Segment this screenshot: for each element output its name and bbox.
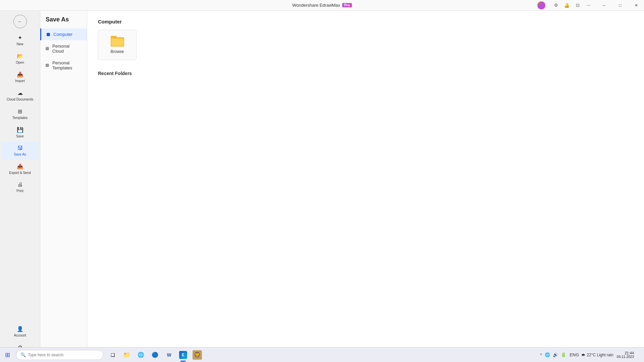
app-name: Wondershare EdrawMax bbox=[292, 3, 340, 8]
cloud-icon: ☁ bbox=[17, 90, 23, 96]
personal_cloud-nav-label: Personal Cloud bbox=[52, 44, 82, 54]
sidebar-item-saveas[interactable]: 🖫 Save As bbox=[1, 142, 39, 160]
open-label: Open bbox=[16, 61, 24, 64]
personal_templates-nav-label: Personal Templates bbox=[52, 60, 82, 70]
search-input[interactable] bbox=[28, 353, 95, 357]
share-icon[interactable]: ⊡ bbox=[573, 1, 582, 9]
panel-nav-computer[interactable]: Computer bbox=[40, 28, 87, 40]
panel-nav-personal_cloud[interactable]: Personal Cloud bbox=[40, 40, 87, 57]
search-icon: 🔍 bbox=[20, 352, 26, 357]
export-icon: 📤 bbox=[17, 163, 23, 170]
save-label: Save bbox=[16, 134, 24, 138]
user-avatar[interactable] bbox=[537, 1, 545, 9]
print-icon: 🖨 bbox=[17, 182, 23, 188]
cloud-label: Cloud Documents bbox=[7, 98, 33, 101]
sidebar-item-cloud[interactable]: ☁ Cloud Documents bbox=[1, 86, 39, 105]
show-desktop-button[interactable] bbox=[637, 348, 641, 362]
taskbar-clock[interactable]: 21:44 04-11-2023 bbox=[617, 351, 634, 359]
titlebar-right: ⚙ 🔔 ⊡ ⋯ ─ □ ✕ bbox=[537, 0, 644, 11]
maximize-button[interactable]: □ bbox=[612, 0, 628, 11]
recent-folders-title: Recent Folders bbox=[98, 71, 633, 76]
browse-label: Browse bbox=[110, 49, 124, 54]
computer-dot-icon bbox=[47, 33, 50, 36]
browse-grid: Browse bbox=[98, 30, 633, 60]
sidebar-item-new[interactable]: ✦ New bbox=[1, 31, 39, 49]
browse-card[interactable]: Browse bbox=[98, 30, 137, 60]
sidebar-item-account[interactable]: 👤 Account bbox=[1, 322, 39, 341]
network-icon[interactable]: 🌐 bbox=[544, 352, 551, 358]
export-label: Export & Send bbox=[9, 171, 31, 175]
titlebar-icons: ⚙ 🔔 ⊡ ⋯ bbox=[549, 1, 596, 9]
titlebar-center: Wondershare EdrawMax Pro bbox=[292, 3, 352, 8]
word-app[interactable]: W bbox=[162, 348, 176, 362]
pro-badge: Pro bbox=[342, 3, 352, 7]
explorer-app[interactable]: 📁 bbox=[120, 348, 133, 362]
saveas-icon: 🖫 bbox=[17, 145, 23, 151]
edge-app[interactable]: 🌐 bbox=[134, 348, 148, 362]
more-icon[interactable]: ⋯ bbox=[584, 1, 593, 9]
chevron-icon[interactable]: ^ bbox=[539, 352, 543, 358]
edrawmax-app[interactable]: E bbox=[176, 348, 190, 362]
battery-icon[interactable]: 🔋 bbox=[560, 352, 567, 358]
personal_cloud-dot-icon bbox=[46, 47, 49, 50]
date-display: 04-11-2023 bbox=[617, 355, 634, 359]
taskbar-search[interactable]: 🔍 bbox=[16, 350, 103, 360]
import-icon: 📥 bbox=[17, 71, 23, 78]
chrome-app[interactable]: 🔵 bbox=[148, 348, 162, 362]
open-icon: 📂 bbox=[17, 53, 23, 59]
taskbar-right: ^ 🌐 🔊 🔋 ENG 🌧 22°C Light rain 21:44 04-1… bbox=[539, 348, 644, 362]
sidebar-item-export[interactable]: 📤 Export & Send bbox=[1, 160, 39, 178]
start-button[interactable]: ⊞ bbox=[0, 348, 15, 362]
weather-text: 22°C Light rain bbox=[587, 353, 613, 357]
panel-middle: Save As Computer Personal Cloud Personal… bbox=[40, 11, 87, 362]
save-icon: 💾 bbox=[17, 127, 23, 133]
settings-icon[interactable]: ⚙ bbox=[551, 1, 561, 9]
section-title: Computer bbox=[98, 19, 633, 24]
taskbar-avatar-container[interactable]: 🦁 bbox=[191, 348, 204, 362]
volume-icon[interactable]: 🔊 bbox=[552, 352, 559, 358]
saveas-label: Save As bbox=[14, 153, 26, 156]
sidebar-item-print[interactable]: 🖨 Print bbox=[1, 178, 39, 196]
personal_templates-dot-icon bbox=[46, 64, 49, 67]
sidebar-item-open[interactable]: 📂 Open bbox=[1, 50, 39, 68]
weather-info: 🌧 22°C Light rain bbox=[581, 353, 613, 357]
bell-icon[interactable]: 🔔 bbox=[562, 1, 572, 9]
new-icon: ✦ bbox=[18, 35, 22, 41]
account-icon: 👤 bbox=[17, 326, 23, 332]
weather-icon: 🌧 bbox=[581, 353, 585, 357]
sidebar-item-import[interactable]: 📥 Import bbox=[1, 68, 39, 86]
import-label: Import bbox=[15, 79, 24, 83]
templates-icon: ⊞ bbox=[18, 108, 22, 115]
panel-title: Save As bbox=[40, 16, 87, 28]
new-label: New bbox=[16, 42, 23, 46]
taskbar: ⊞ 🔍 ❑ 📁 🌐 🔵 W E 🦁 ^ 🌐 🔊 🔋 ENG 🌧 22°C Lig… bbox=[0, 347, 644, 362]
close-button[interactable]: ✕ bbox=[629, 0, 644, 11]
computer-nav-label: Computer bbox=[53, 32, 72, 37]
templates-label: Templates bbox=[12, 116, 28, 120]
taskbar-apps: ❑ 📁 🌐 🔵 W E 🦁 bbox=[106, 348, 204, 362]
sys-tray: ^ 🌐 🔊 🔋 bbox=[539, 352, 567, 358]
main-content: Computer Browse Recent Folders bbox=[87, 11, 644, 362]
print-label: Print bbox=[16, 189, 23, 193]
back-button[interactable]: ← bbox=[13, 15, 27, 28]
panel-nav-personal_templates[interactable]: Personal Templates bbox=[40, 57, 87, 74]
titlebar: Wondershare EdrawMax Pro ⚙ 🔔 ⊡ ⋯ ─ □ ✕ bbox=[0, 0, 644, 11]
time-display: 21:44 bbox=[625, 351, 634, 355]
sidebar-item-templates[interactable]: ⊞ Templates bbox=[1, 105, 39, 123]
sidebar-item-save[interactable]: 💾 Save bbox=[1, 123, 39, 141]
taskview-button[interactable]: ❑ bbox=[106, 348, 119, 362]
folder-icon bbox=[111, 36, 124, 47]
minimize-button[interactable]: ─ bbox=[596, 0, 612, 11]
sidebar-narrow: ← ✦ New📂 Open📥 Import☁ Cloud Documents⊞ … bbox=[0, 11, 40, 362]
taskbar-avatar: 🦁 bbox=[193, 350, 202, 360]
account-label: Account bbox=[14, 334, 26, 337]
app-container: ← ✦ New📂 Open📥 Import☁ Cloud Documents⊞ … bbox=[0, 11, 644, 362]
language-label[interactable]: ENG bbox=[569, 352, 580, 358]
